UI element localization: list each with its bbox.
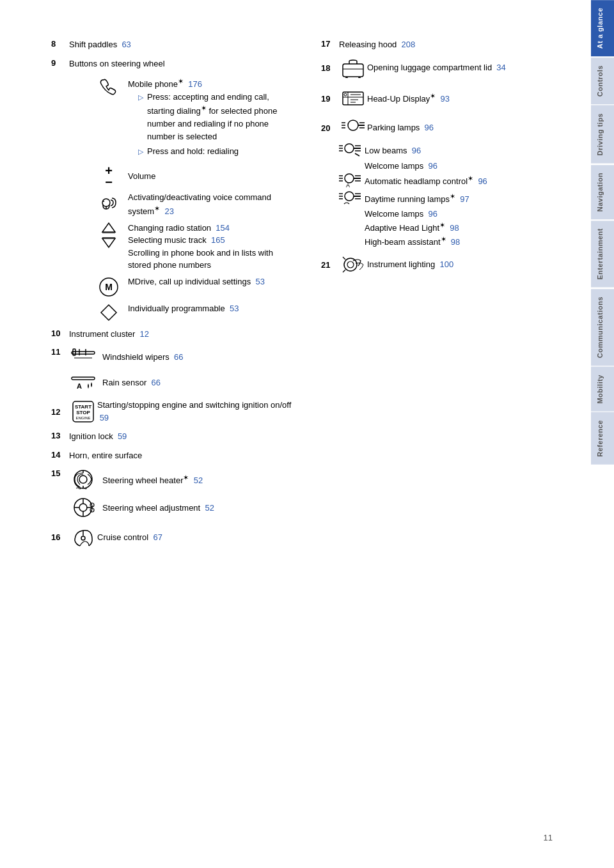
item-number: 20 (321, 123, 336, 133)
svg-text:A: A (77, 382, 82, 390)
page-link[interactable]: 34 (496, 63, 505, 72)
item-number: 12 (51, 407, 67, 417)
page-link[interactable]: 53 (230, 304, 239, 313)
auto-headlamp-icon: A (336, 173, 365, 189)
sidebar-tab-reference[interactable]: Reference (591, 412, 614, 465)
item-number: 15 (51, 468, 67, 478)
item-text: Cruise control 67 (97, 531, 295, 544)
svg-point-26 (79, 504, 87, 511)
steering-heater-icon (69, 468, 97, 491)
page-link[interactable]: 67 (153, 532, 162, 542)
list-item: 17 Releasing hood 208 (321, 38, 565, 51)
page-link[interactable]: 63 (122, 40, 130, 49)
page-link[interactable]: 176 (188, 79, 202, 89)
list-item: 8 Shift paddles 63 (51, 38, 295, 51)
page-link[interactable]: 66 (152, 378, 161, 387)
item-number: 18 (321, 63, 336, 73)
svg-line-78 (343, 257, 345, 260)
sidebar-tab-driving-tips[interactable]: Driving tips (591, 105, 614, 164)
sidebar-tab-entertainment[interactable]: Entertainment (591, 221, 614, 287)
list-item: 16 Cruise control 67 (51, 525, 295, 548)
page-link[interactable]: 165 (211, 235, 225, 245)
svg-text:ENGINE: ENGINE (75, 416, 90, 420)
bullet-arrow: ▷ (138, 92, 143, 103)
sub-item-text: High-beam assistant✶ 98 (365, 235, 460, 247)
luggage-icon (339, 58, 367, 78)
right-column: 17 Releasing hood 208 18 (321, 38, 565, 555)
low-beam-icon (336, 143, 365, 159)
list-item: 18 Opening luggage compartment lid 34 (321, 58, 565, 78)
sidebar-tab-mobility[interactable]: Mobility (591, 367, 614, 412)
main-content: 8 Shift paddles 63 9 Buttons on steering… (0, 0, 591, 868)
page-link[interactable]: 98 (450, 223, 459, 233)
svg-line-79 (343, 270, 345, 272)
item-number: 17 (321, 38, 336, 49)
item-text: Instrument cluster 12 (69, 328, 295, 341)
item-text: Opening luggage compartment lid 34 (367, 61, 565, 74)
page-link[interactable]: 53 (255, 277, 264, 286)
svg-marker-9 (101, 305, 116, 320)
page-link[interactable]: 23 (164, 206, 173, 216)
item-text: Head-Up Display✶ 93 (367, 91, 565, 105)
svg-marker-3 (102, 223, 115, 232)
page-link[interactable]: 208 (402, 40, 416, 49)
sidebar-tab-navigation[interactable]: Navigation (591, 165, 614, 219)
inst-light-icon (339, 254, 367, 275)
page-number: 11 (544, 833, 553, 842)
item-text: Starting/stopping engine and switching i… (97, 399, 295, 424)
page-link[interactable]: 98 (451, 237, 460, 247)
page-link[interactable]: 52 (205, 503, 214, 513)
page-link[interactable]: 100 (439, 260, 453, 269)
sub-entry: Daytime running lamps✶ 97 (336, 191, 565, 206)
item-text: Shift paddles 63 (69, 38, 295, 51)
sub-item-text: Changing radio station 154 Selecting mus… (128, 222, 295, 272)
page-link[interactable]: 59 (118, 431, 127, 441)
sub-item-text: Adaptive Head Light✶ 98 (365, 221, 459, 233)
page-link[interactable]: 154 (216, 223, 230, 233)
sub-item-text: MDrive, call up individual settings 53 (128, 275, 295, 288)
phone-icon (95, 76, 123, 97)
item-number: 10 (51, 328, 67, 338)
sub-entry: + − Volume (95, 164, 295, 189)
sidebar-tab-at-a-glance[interactable]: At a glance (591, 0, 614, 56)
svg-point-22 (79, 476, 87, 483)
page-link[interactable]: 96 (478, 177, 487, 187)
sub-item-text: Daytime running lamps✶ 97 (365, 192, 469, 204)
daytime-lamps-icon (336, 191, 365, 206)
list-item: 20 Parking lamps 96 (321, 119, 565, 137)
svg-point-33 (81, 536, 85, 540)
svg-text:A: A (346, 182, 350, 189)
sub-entry: High-beam assistant✶ 98 (365, 235, 565, 247)
svg-text:M: M (105, 282, 113, 292)
sub-item-text: Automatic headlamp control✶ 96 (365, 174, 487, 186)
sub-item-text: Welcome lamps 96 (365, 209, 437, 219)
page-link[interactable]: 96 (428, 161, 437, 171)
page-link[interactable]: 66 (174, 352, 183, 362)
item-text: Ignition lock 59 (69, 430, 295, 443)
item-number: 21 (321, 260, 336, 270)
svg-line-60 (355, 153, 359, 156)
sidebar-tab-controls[interactable]: Controls (591, 58, 614, 104)
page-link[interactable]: 96 (428, 209, 437, 219)
sub-entry: M MDrive, call up individual settings 53 (95, 275, 295, 298)
item-text: Buttons on steering wheel (69, 58, 295, 70)
sidebar-tab-communications[interactable]: Communications (591, 289, 614, 366)
page-link[interactable]: 96 (425, 123, 434, 132)
item-text: Parking lamps 96 (367, 121, 565, 134)
bullet-item: ▷ Press and hold: redialing (138, 145, 295, 158)
list-item: 13 Ignition lock 59 (51, 430, 295, 443)
sub-entry: Low beams 96 (336, 143, 565, 159)
volume-icon: + − (95, 164, 123, 189)
page-link[interactable]: 97 (460, 195, 469, 205)
svg-point-56 (345, 144, 354, 153)
page-link[interactable]: 59 (100, 413, 109, 422)
page-link[interactable]: 96 (412, 146, 421, 155)
page-link[interactable]: 52 (194, 476, 203, 486)
sub-item-text: Mobile phone✶ 176 ▷ Press: accepting and… (128, 76, 295, 160)
svg-point-64 (345, 174, 354, 183)
page-link[interactable]: 12 (140, 329, 149, 339)
svg-rect-39 (343, 92, 363, 105)
page-link[interactable]: 93 (441, 94, 450, 104)
svg-rect-15 (72, 377, 95, 380)
sub-item-text: Windshield wipers 66 (102, 352, 183, 362)
